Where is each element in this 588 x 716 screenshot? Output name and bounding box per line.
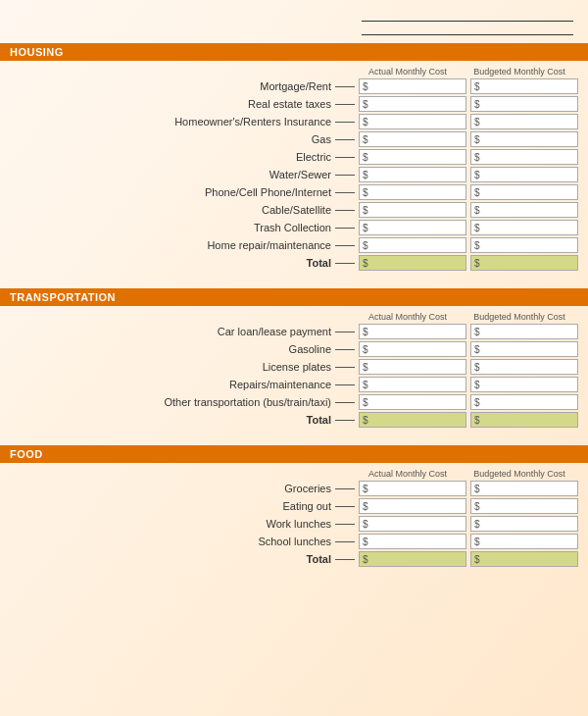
name-line [362,12,573,22]
budgeted-cost-input[interactable]: $ [470,184,578,200]
actual-cost-input[interactable]: $ [359,377,466,392]
line-dash [335,506,355,507]
actual-cost-input[interactable]: $ [359,516,466,532]
budgeted-cost-input[interactable]: $ [470,167,578,182]
expense-row: Other transportation (bus/train/taxi)$$ [10,394,578,410]
expense-row: Phone/Cell Phone/Internet$$ [10,184,578,200]
budgeted-cost-input[interactable]: $ [470,149,578,165]
expense-label: Home repair/maintenance [10,239,335,251]
budgeted-cost-input[interactable]: $ [470,237,578,253]
section-header-transportation: TRANSPORTATION [0,288,588,306]
budgeted-cost-input[interactable]: $ [470,359,578,375]
budgeted-cost-input[interactable]: $ [470,534,578,549]
line-dash [335,210,355,211]
expense-row: Eating out$$ [10,498,578,514]
input-fields: $$ [359,149,578,165]
actual-cost-input[interactable]: $ [359,498,466,514]
input-fields: $$ [359,324,578,339]
line-dash [335,488,355,489]
line-dash [335,122,355,123]
actual-cost-input[interactable]: $ [359,96,466,112]
actual-cost-input[interactable]: $ [359,220,466,235]
name-date-block [358,10,573,35]
expense-row: Car loan/lease payment$$ [10,324,578,339]
line-dash [335,420,355,421]
budgeted-cost-input[interactable]: $ [470,202,578,218]
expense-label: Eating out [10,500,335,512]
expense-label: Total [10,414,335,426]
section-body-transportation: Actual Monthly CostBudgeted Monthly Cost… [0,306,588,439]
budgeted-cost-input[interactable]: $ [470,220,578,235]
actual-cost-input[interactable]: $ [359,534,466,549]
date-line [362,26,573,35]
actual-cost-input[interactable]: $ [359,149,466,165]
budgeted-cost-input: $ [470,255,578,271]
input-fields: $$ [359,534,578,549]
line-dash [335,559,355,560]
col-header-budgeted: Budgeted Monthly Cost [466,312,573,322]
budgeted-cost-input[interactable]: $ [470,394,578,410]
input-fields: $$ [359,78,578,94]
budgeted-cost-input[interactable]: $ [470,78,578,94]
actual-cost-input[interactable]: $ [359,184,466,200]
expense-row: Real estate taxes$$ [10,96,578,112]
input-fields: $$ [359,551,578,567]
line-dash [335,86,355,87]
actual-cost-input[interactable]: $ [359,481,466,496]
col-headers-food: Actual Monthly CostBudgeted Monthly Cost [10,469,578,479]
section-header-housing: HOUSING [0,43,588,61]
input-fields: $$ [359,394,578,410]
budgeted-cost-input[interactable]: $ [470,324,578,339]
actual-cost-input[interactable]: $ [359,324,466,339]
page-header [0,0,588,43]
expense-row: Total$$ [10,551,578,567]
expense-row: Work lunches$$ [10,516,578,532]
expense-label: Trash Collection [10,222,335,233]
expense-row: License plates$$ [10,359,578,375]
budgeted-cost-input[interactable]: $ [470,498,578,514]
input-fields: $$ [359,237,578,253]
actual-cost-input[interactable]: $ [359,341,466,357]
actual-cost-input[interactable]: $ [359,167,466,182]
expense-label: Groceries [10,483,335,494]
actual-cost-input[interactable]: $ [359,78,466,94]
col-header-budgeted: Budgeted Monthly Cost [466,67,573,77]
col-header-actual: Actual Monthly Cost [354,312,462,322]
expense-label: License plates [10,361,335,373]
expense-row: Total$$ [10,255,578,271]
expense-row: Electric$$ [10,149,578,165]
actual-cost-input[interactable]: $ [359,202,466,218]
input-fields: $$ [359,167,578,182]
actual-cost-input: $ [359,412,466,428]
sections-container: HOUSINGActual Monthly CostBudgeted Month… [0,43,588,585]
budgeted-cost-input[interactable]: $ [470,481,578,496]
expense-label: Electric [10,151,335,163]
line-dash [335,367,355,368]
expense-label: Total [10,257,335,269]
budgeted-cost-input[interactable]: $ [470,377,578,392]
input-fields: $$ [359,114,578,129]
expense-row: Mortgage/Rent$$ [10,78,578,94]
expense-row: Total$$ [10,412,578,428]
section-header-food: FOOD [0,445,588,463]
budgeted-cost-input[interactable]: $ [470,131,578,147]
actual-cost-input[interactable]: $ [359,394,466,410]
budgeted-cost-input[interactable]: $ [470,96,578,112]
input-fields: $$ [359,498,578,514]
expense-row: Gas$$ [10,131,578,147]
actual-cost-input: $ [359,255,466,271]
budgeted-cost-input[interactable]: $ [470,516,578,532]
budgeted-cost-input[interactable]: $ [470,114,578,129]
expense-label: Gas [10,133,335,145]
input-fields: $$ [359,255,578,271]
input-fields: $$ [359,184,578,200]
expense-row: Groceries$$ [10,481,578,496]
actual-cost-input[interactable]: $ [359,237,466,253]
expense-label: Other transportation (bus/train/taxi) [10,396,335,408]
budgeted-cost-input[interactable]: $ [470,341,578,357]
actual-cost-input[interactable]: $ [359,131,466,147]
expense-row: Trash Collection$$ [10,220,578,235]
input-fields: $$ [359,481,578,496]
actual-cost-input[interactable]: $ [359,114,466,129]
actual-cost-input[interactable]: $ [359,359,466,375]
